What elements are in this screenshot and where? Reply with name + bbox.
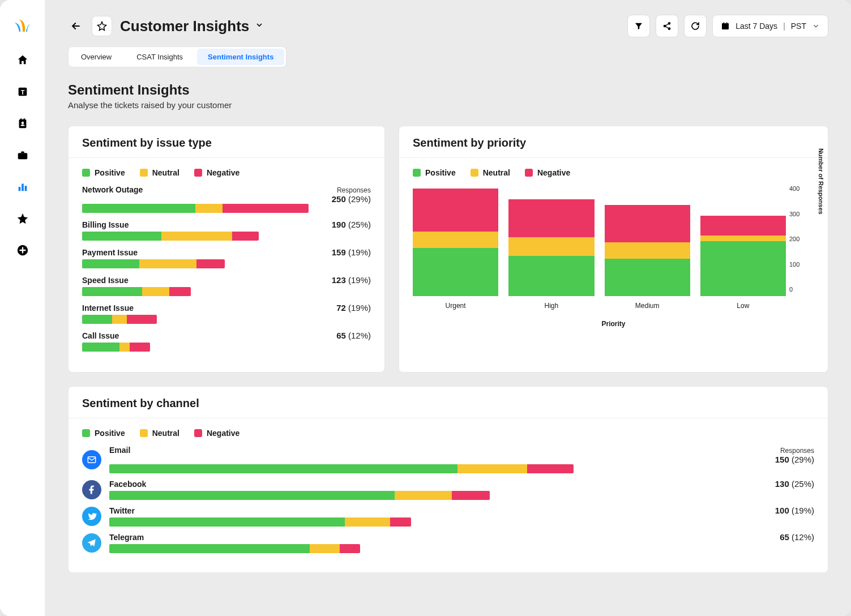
priority-label: High (545, 302, 559, 310)
nav-text-icon[interactable]: T (16, 85, 29, 99)
main-content: Customer Insights Last 7 Days | PST Over… (45, 0, 851, 616)
card-title: Sentiment by priority (413, 136, 814, 149)
x-axis-label: Priority (413, 320, 814, 328)
tab-overview[interactable]: Overview (69, 47, 124, 67)
issue-value: 190 (25%) (332, 220, 371, 229)
filter-button[interactable] (627, 15, 650, 37)
bar-neutral (195, 204, 223, 213)
issue-row: Call Issue65 (12%) (82, 331, 371, 352)
svg-rect-6 (18, 153, 27, 159)
issue-bar (82, 259, 225, 268)
swatch-negative (194, 429, 202, 437)
bar-neutral (142, 287, 169, 296)
bar-negative (527, 464, 574, 473)
bar-negative (223, 204, 309, 213)
y-axis: 4003002001000 (789, 185, 814, 293)
legend-negative: Negative (194, 168, 240, 177)
issue-bar (82, 287, 191, 296)
bar-neutral (161, 232, 232, 241)
bar-positive (508, 256, 594, 296)
swatch-negative (525, 169, 533, 177)
priority-label: Medium (635, 302, 660, 310)
bar-positive (605, 259, 690, 297)
bar-negative (413, 189, 498, 232)
sentiment-by-channel-card: Sentiment by channel PositiveNeutralNega… (68, 386, 828, 573)
channel-row: EmailResponses150 (29%) (82, 446, 814, 473)
favorite-button[interactable] (92, 16, 112, 36)
channel-bar (109, 464, 574, 473)
date-sep: | (783, 22, 785, 31)
issue-name: Call Issue (82, 331, 119, 340)
issue-value: 72 (19%) (336, 303, 371, 313)
channel-value: 150 (29%) (775, 455, 814, 464)
priority-column: Urgent (413, 189, 498, 310)
swatch-neutral (140, 169, 148, 177)
svg-point-3 (21, 122, 24, 125)
card-title: Sentiment by channel (82, 397, 814, 410)
bar-positive (413, 248, 498, 297)
nav-add-icon[interactable] (16, 243, 29, 257)
sentiment-by-priority-card: Sentiment by priority PositiveNeutralNeg… (399, 126, 828, 373)
svg-rect-5 (23, 118, 24, 121)
bar-neutral (700, 236, 786, 241)
channel-name: Facebook (109, 480, 146, 489)
svg-rect-9 (22, 184, 24, 191)
svg-rect-17 (724, 22, 724, 24)
tab-sentiment-insights[interactable]: Sentiment Insights (197, 49, 284, 65)
swatch-neutral (471, 169, 478, 177)
svg-rect-4 (20, 118, 22, 121)
bar-neutral (119, 343, 130, 352)
bar-negative (127, 315, 157, 324)
bar-neutral (139, 259, 196, 268)
issue-row: Speed Issue123 (19%) (82, 275, 371, 296)
nav-contacts-icon[interactable] (16, 117, 29, 130)
top-left: Customer Insights (68, 16, 264, 36)
bar-neutral (457, 464, 527, 473)
nav-briefcase-icon[interactable] (16, 148, 29, 162)
priority-bar (700, 216, 786, 297)
issue-value: 159 (19%) (332, 247, 371, 257)
legend-negative: Negative (525, 168, 570, 177)
priority-bar (605, 205, 690, 297)
bar-positive (82, 343, 119, 352)
back-button[interactable] (68, 18, 84, 34)
bar-neutral (310, 544, 340, 553)
issue-row: Network OutageResponses250 (29%) (82, 185, 371, 213)
channel-row: Facebook130 (25%) (82, 479, 814, 500)
date-range-label: Last 7 Days (735, 22, 777, 31)
y-axis-label: Number of Responses (818, 148, 824, 215)
issue-row: Internet Issue72 (19%) (82, 303, 371, 324)
refresh-button[interactable] (684, 15, 707, 37)
legend: PositiveNeutralNegative (82, 168, 371, 177)
svg-rect-7 (21, 152, 24, 153)
nav-home-icon[interactable] (16, 53, 29, 67)
title-chevron-icon[interactable] (255, 20, 264, 32)
legend-negative: Negative (194, 429, 240, 438)
legend-positive: Positive (82, 168, 125, 177)
priority-column: Low (700, 216, 786, 310)
legend-positive: Positive (413, 168, 456, 177)
section-title: Sentiment Insights (68, 82, 828, 98)
priority-bar (413, 189, 498, 296)
app-frame: T Customer Insights Last 7 D (0, 0, 851, 616)
share-button[interactable] (656, 15, 678, 37)
nav-chart-icon[interactable] (16, 180, 29, 194)
swatch-positive (82, 169, 90, 177)
email-icon (82, 450, 101, 469)
bar-neutral (395, 491, 452, 500)
facebook-icon (82, 480, 101, 499)
legend-neutral: Neutral (140, 168, 179, 177)
y-tick: 200 (789, 236, 799, 242)
date-range-button[interactable]: Last 7 Days | PST (712, 15, 828, 37)
priority-bar (508, 199, 594, 296)
issue-name: Speed Issue (82, 276, 129, 285)
issue-row: Billing Issue190 (25%) (82, 220, 371, 241)
tab-csat-insights[interactable]: CSAT Insights (124, 47, 195, 67)
priority-label: Low (737, 302, 749, 310)
bar-negative (700, 216, 786, 236)
issue-value: 250 (29%) (332, 194, 371, 204)
telegram-icon (82, 533, 101, 553)
issue-bar (82, 232, 259, 241)
issue-name: Network Outage (82, 185, 143, 194)
nav-star-icon[interactable] (16, 212, 29, 225)
